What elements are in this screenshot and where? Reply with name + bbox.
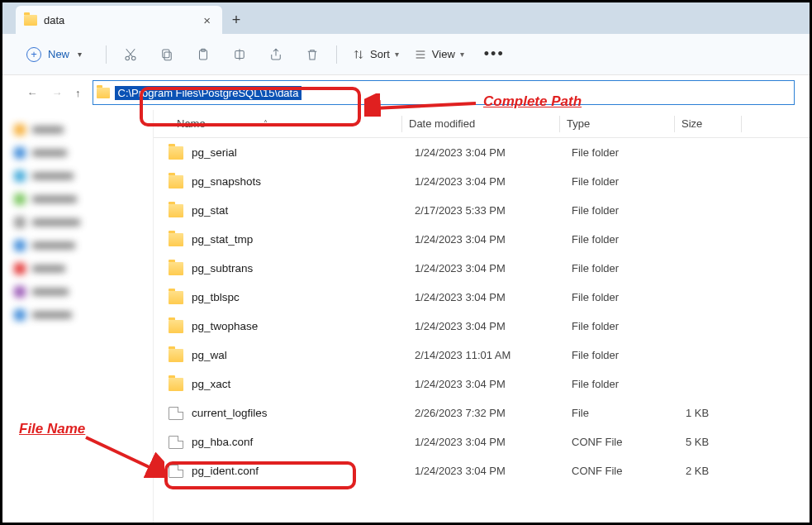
table-row[interactable]: pg_stat2/17/2023 5:33 PMFile folder	[154, 196, 810, 225]
table-row[interactable]: pg_twophase1/24/2023 3:04 PMFile folder	[154, 312, 810, 341]
plus-circle-icon: +	[26, 47, 41, 62]
table-row[interactable]: pg_stat_tmp1/24/2023 3:04 PMFile folder	[154, 225, 810, 254]
column-headers: Name ˄ Date modified Type Size	[154, 110, 810, 138]
sort-button[interactable]: Sort ▾	[352, 48, 399, 61]
sidebar-label	[32, 219, 80, 226]
file-type: File	[572, 407, 686, 419]
address-row: ← → ↑ C:\Program Files\PostgreSQL\15\dat…	[2, 75, 810, 110]
col-date-header[interactable]: Date modified	[402, 117, 559, 130]
active-tab[interactable]: data ×	[16, 6, 222, 34]
col-type-header[interactable]: Type	[560, 117, 674, 130]
table-row[interactable]: pg_snapshots1/24/2023 3:04 PMFile folder	[154, 167, 810, 196]
svg-point-1	[132, 56, 136, 60]
paste-icon[interactable]	[194, 45, 212, 64]
sidebar-item[interactable]	[9, 211, 146, 234]
col-name-label: Name	[177, 117, 206, 130]
separator	[336, 45, 337, 64]
delete-icon[interactable]	[303, 45, 321, 64]
separator	[106, 45, 107, 64]
sidebar-item[interactable]	[9, 303, 146, 327]
cut-icon[interactable]	[121, 45, 140, 64]
sidebar-item[interactable]	[9, 188, 146, 211]
table-row[interactable]: pg_wal2/14/2023 11:01 AMFile folder	[154, 341, 810, 370]
sidebar-label	[32, 289, 69, 295]
file-date: 2/17/2023 5:33 PM	[415, 204, 572, 217]
table-row[interactable]: pg_ident.conf1/24/2023 3:04 PMCONF File2…	[154, 456, 810, 485]
file-name: current_logfiles	[192, 407, 415, 419]
back-arrow-icon[interactable]: ←	[26, 87, 39, 99]
sort-asc-icon: ˄	[264, 119, 268, 128]
file-type: CONF File	[572, 465, 686, 477]
share-icon[interactable]	[267, 45, 285, 64]
table-row[interactable]: pg_subtrans1/24/2023 3:04 PMFile folder	[154, 254, 810, 283]
new-button[interactable]: + New ▾	[17, 42, 91, 67]
folder-icon	[169, 378, 183, 391]
col-size-header[interactable]: Size	[675, 117, 741, 130]
svg-rect-2	[164, 52, 171, 60]
table-row[interactable]: current_logfiles2/26/2023 7:32 PMFile1 K…	[154, 399, 810, 427]
sidebar-item[interactable]	[9, 118, 146, 141]
file-date: 1/24/2023 3:04 PM	[415, 262, 572, 274]
new-button-label: New	[48, 48, 69, 60]
rename-icon[interactable]	[230, 45, 249, 64]
more-button[interactable]: •••	[479, 45, 510, 63]
file-type: File folder	[572, 378, 686, 390]
file-date: 1/24/2023 3:04 PM	[415, 233, 572, 246]
nav-sidebar[interactable]	[2, 110, 153, 523]
view-icon	[414, 48, 427, 61]
sidebar-item[interactable]	[9, 257, 146, 280]
file-name: pg_tblspc	[192, 291, 415, 303]
file-type: File folder	[572, 204, 686, 217]
file-size: 2 KB	[686, 465, 752, 477]
file-list: pg_serial1/24/2023 3:04 PMFile folderpg_…	[154, 138, 810, 523]
close-tab-icon[interactable]: ×	[200, 13, 214, 27]
address-path[interactable]: C:\Program Files\PostgreSQL\15\data	[115, 86, 302, 100]
main-area: Name ˄ Date modified Type Size pg_serial…	[2, 110, 810, 523]
file-date: 2/26/2023 7:32 PM	[415, 407, 572, 419]
file-name: pg_ident.conf	[192, 465, 415, 477]
sidebar-label	[32, 242, 75, 249]
sidebar-icon	[14, 193, 26, 205]
sidebar-item[interactable]	[9, 234, 146, 257]
file-name: pg_stat_tmp	[192, 233, 415, 246]
sort-icon	[352, 48, 365, 61]
file-name: pg_twophase	[192, 320, 415, 332]
sidebar-item[interactable]	[9, 141, 146, 165]
table-row[interactable]: pg_tblspc1/24/2023 3:04 PMFile folder	[154, 283, 810, 312]
view-label: View	[432, 48, 455, 60]
file-date: 1/24/2023 3:04 PM	[415, 291, 572, 303]
forward-arrow-icon[interactable]: →	[50, 87, 64, 99]
folder-icon	[169, 320, 183, 333]
new-tab-button[interactable]: +	[222, 6, 250, 34]
col-name-header[interactable]: Name ˄	[154, 117, 401, 130]
sidebar-icon	[14, 124, 26, 136]
table-row[interactable]: pg_xact1/24/2023 3:04 PMFile folder	[154, 370, 810, 399]
address-bar[interactable]: C:\Program Files\PostgreSQL\15\data	[93, 80, 795, 105]
copy-icon[interactable]	[158, 45, 176, 64]
table-row[interactable]: pg_hba.conf1/24/2023 3:04 PMCONF File5 K…	[154, 427, 810, 456]
table-row[interactable]: pg_serial1/24/2023 3:04 PMFile folder	[154, 138, 810, 167]
view-button[interactable]: View ▾	[414, 48, 464, 61]
sort-label: Sort	[370, 48, 390, 60]
file-icon	[169, 407, 183, 420]
tab-bar: data × +	[2, 2, 810, 34]
folder-icon	[169, 349, 183, 362]
sidebar-label	[32, 150, 67, 156]
chevron-down-icon: ▾	[395, 50, 399, 59]
sidebar-item[interactable]	[9, 165, 146, 188]
folder-icon	[169, 146, 183, 160]
folder-icon	[24, 15, 37, 26]
sidebar-icon	[14, 147, 26, 159]
file-name: pg_wal	[192, 349, 415, 361]
sidebar-item[interactable]	[9, 280, 146, 303]
file-type: CONF File	[572, 436, 686, 448]
folder-icon	[97, 88, 110, 98]
up-arrow-icon[interactable]: ↑	[75, 87, 81, 99]
sidebar-icon	[14, 170, 26, 182]
file-date: 1/24/2023 3:04 PM	[415, 146, 572, 159]
file-name: pg_stat	[192, 204, 415, 217]
file-type: File folder	[572, 233, 686, 246]
file-type: File folder	[572, 349, 686, 361]
file-name: pg_subtrans	[192, 262, 415, 274]
folder-icon	[169, 204, 183, 217]
